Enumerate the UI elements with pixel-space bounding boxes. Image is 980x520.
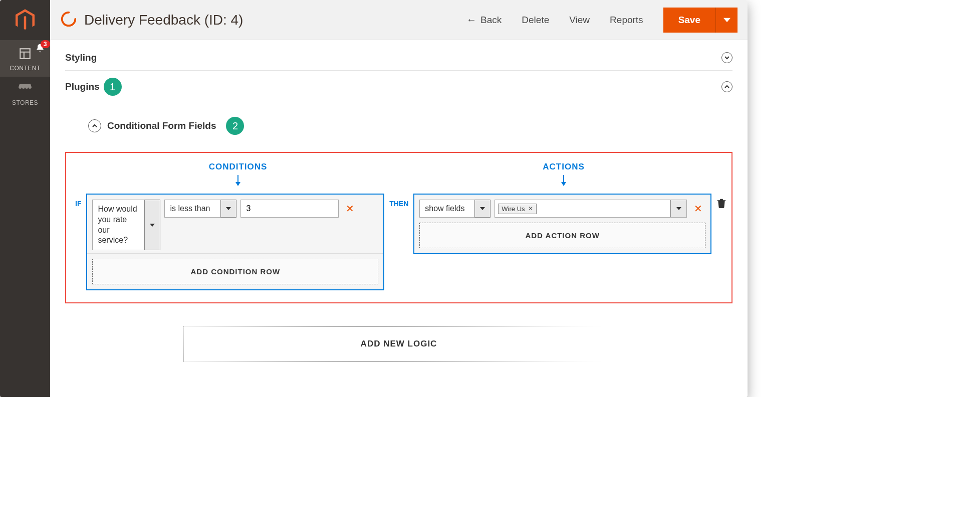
actions-panel: show fields Wire Us ✕ ✕	[413, 194, 711, 254]
condition-field-value: How would you rate our service?	[92, 200, 144, 250]
sidebar-item-label: CONTENT	[10, 65, 41, 72]
dropdown-toggle[interactable]	[220, 200, 236, 218]
actions-heading: ACTIONS	[543, 162, 585, 171]
view-button[interactable]: View	[569, 15, 590, 26]
callout-badge-1: 1	[104, 78, 122, 96]
collapse-toggle-plugins[interactable]	[721, 81, 732, 92]
conditions-column-header: CONDITIONS	[75, 162, 401, 194]
section-styling-label: Styling	[65, 52, 97, 63]
top-actions: ← Back Delete View Reports Save	[466, 8, 738, 33]
conditions-panel: How would you rate our service? is less …	[86, 194, 384, 290]
dropdown-toggle[interactable]	[474, 200, 491, 218]
caret-down-icon	[150, 223, 155, 228]
action-type-select[interactable]: show fields	[419, 200, 491, 218]
then-keyword: THEN	[389, 194, 408, 208]
svg-point-3	[62, 12, 75, 25]
sidebar-item-label: STORES	[12, 99, 38, 106]
caret-down-icon	[480, 206, 485, 211]
section-plugins-label: Plugins	[65, 81, 100, 92]
action-target-multiselect[interactable]: Wire Us ✕	[495, 200, 687, 218]
subsection-conditional-fields[interactable]: Conditional Form Fields 2	[65, 103, 732, 142]
add-action-row-button[interactable]: ADD ACTION ROW	[419, 223, 705, 248]
collapse-toggle-styling[interactable]	[721, 52, 732, 63]
add-condition-row-button[interactable]: ADD CONDITION ROW	[92, 259, 378, 284]
chevron-up-icon	[724, 84, 729, 89]
if-keyword: IF	[75, 194, 81, 208]
sidebar-item-stores[interactable]: STORES	[0, 77, 50, 111]
reports-button[interactable]: Reports	[610, 15, 643, 26]
spinner-icon	[60, 11, 77, 30]
stores-icon	[0, 84, 50, 96]
caret-down-icon	[226, 206, 231, 211]
conditions-heading: CONDITIONS	[209, 162, 268, 171]
tag-label: Wire Us	[502, 205, 525, 213]
notifications-bell[interactable]: 3	[35, 43, 45, 55]
delete-button[interactable]: Delete	[522, 15, 549, 26]
remove-condition-button[interactable]: ✕	[343, 200, 357, 215]
remove-tag-button[interactable]: ✕	[528, 205, 533, 212]
chevron-up-icon	[92, 123, 97, 128]
trash-icon	[716, 198, 726, 209]
condition-value-input[interactable]	[240, 200, 339, 218]
section-styling[interactable]: Styling	[65, 45, 732, 71]
caret-down-icon	[723, 17, 730, 24]
svg-rect-0	[20, 49, 30, 59]
caret-down-icon	[676, 206, 681, 211]
dropdown-toggle[interactable]	[144, 200, 160, 250]
app-window: CONTENT 3 STORES Delivery Feedback (ID: …	[0, 0, 748, 397]
main-area: Delivery Feedback (ID: 4) ← Back Delete …	[50, 0, 748, 397]
arrow-down-icon	[75, 175, 401, 189]
back-button[interactable]: ← Back	[466, 14, 502, 26]
page-title: Delivery Feedback (ID: 4)	[84, 12, 243, 28]
callout-badge-2: 2	[226, 117, 244, 135]
sidebar-item-content[interactable]: CONTENT 3	[0, 40, 50, 77]
logic-row: IF How would you rate our service? is le…	[75, 194, 726, 290]
delete-logic-button[interactable]	[716, 194, 726, 211]
condition-operator-value: is less than	[164, 200, 220, 218]
back-arrow-icon: ←	[466, 14, 476, 26]
subsection-conditional-label: Conditional Form Fields	[107, 120, 216, 131]
logic-rule-block: CONDITIONS ACTIONS IF How would y	[65, 152, 732, 303]
save-dropdown-toggle[interactable]	[715, 8, 738, 33]
save-button-group: Save	[663, 8, 738, 33]
magento-logo[interactable]	[0, 0, 50, 40]
add-new-logic-button[interactable]: ADD NEW LOGIC	[183, 326, 614, 362]
column-headers: CONDITIONS ACTIONS	[75, 162, 726, 194]
chevron-down-icon	[724, 55, 729, 60]
arrow-down-icon	[401, 175, 726, 189]
dropdown-toggle[interactable]	[670, 200, 686, 217]
condition-operator-select[interactable]: is less than	[164, 200, 236, 218]
actions-column-header: ACTIONS	[401, 162, 726, 194]
save-button[interactable]: Save	[663, 8, 715, 33]
condition-field-select[interactable]: How would you rate our service?	[92, 200, 160, 250]
admin-sidebar: CONTENT 3 STORES	[0, 0, 50, 397]
collapse-toggle-conditional[interactable]	[88, 119, 101, 132]
notification-badge: 3	[41, 40, 50, 48]
remove-action-button[interactable]: ✕	[691, 200, 705, 215]
selected-tag: Wire Us ✕	[498, 204, 536, 214]
top-bar: Delivery Feedback (ID: 4) ← Back Delete …	[50, 0, 748, 40]
back-label: Back	[480, 15, 502, 26]
section-plugins[interactable]: Plugins 1	[65, 71, 732, 103]
content-area: Styling Plugins 1 Conditional Form Field…	[50, 40, 748, 377]
action-type-value: show fields	[419, 200, 474, 218]
